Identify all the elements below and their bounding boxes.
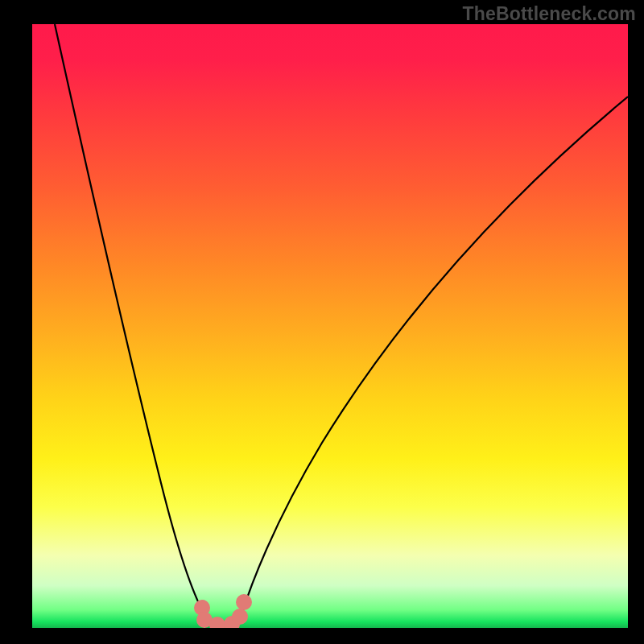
- marker-dot: [232, 609, 248, 625]
- curve-layer: [32, 24, 628, 628]
- plot-area: [32, 24, 628, 628]
- watermark-text: TheBottleneck.com: [462, 3, 636, 25]
- marker-dot: [236, 594, 252, 610]
- right-branch-path: [240, 97, 628, 620]
- chart-frame: TheBottleneck.com: [0, 0, 644, 644]
- left-branch-path: [55, 24, 208, 620]
- marker-group: [194, 594, 252, 628]
